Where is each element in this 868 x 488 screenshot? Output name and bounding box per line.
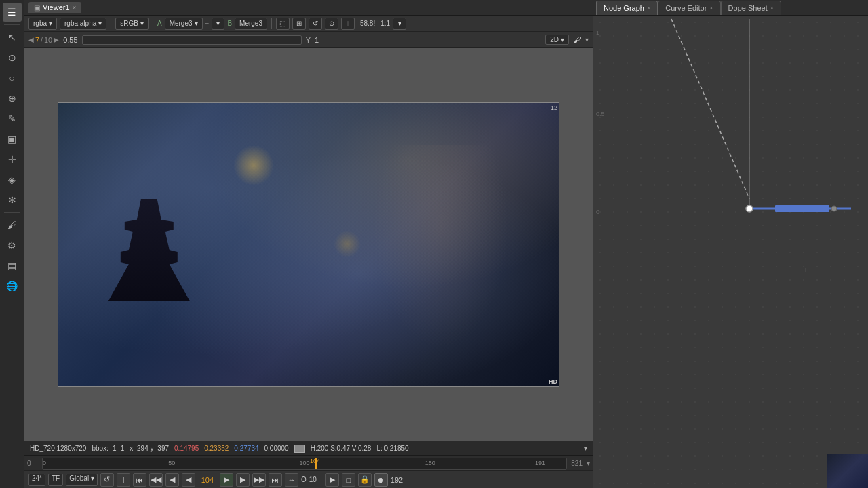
- sidebar-icon-tools[interactable]: ⚙: [3, 236, 22, 255]
- status-g-value: 0.23352: [204, 445, 229, 452]
- view-2d-btn[interactable]: 2D ▾: [545, 35, 569, 45]
- viewer-area[interactable]: 12 HD: [24, 48, 593, 441]
- rgba-mode-dropdown[interactable]: rgba ▾: [28, 18, 57, 30]
- sidebar-icon-stack[interactable]: ▤: [3, 256, 22, 275]
- ratio-display: 1:1: [380, 20, 390, 27]
- node-graph-area[interactable]: 1 0.5 0 +: [593, 16, 868, 488]
- glow-2: [334, 230, 361, 258]
- alpha-mode-dropdown[interactable]: rgba.alpha ▾: [60, 18, 106, 30]
- next-key-btn[interactable]: ▶▶: [252, 473, 266, 487]
- record-btn[interactable]: ⏺: [374, 473, 388, 487]
- paint-brush-icon[interactable]: 🖌: [573, 35, 581, 45]
- frame-current: 7: [35, 36, 39, 44]
- timeline-start-label: 0: [27, 460, 41, 467]
- tick-label-50: 50: [168, 460, 175, 466]
- transport-bar: 24* TF Global ▾ ↺ I ⏮ ◀◀ ◀ ◀ 104 ▶ ▶ ▶▶ …: [24, 470, 593, 488]
- refresh-icon[interactable]: ↺: [309, 18, 322, 30]
- bounce-btn[interactable]: ↔: [285, 473, 298, 487]
- sidebar-icon-transform[interactable]: ✛: [3, 150, 22, 169]
- tf-dropdown[interactable]: TF: [48, 474, 63, 486]
- tick-label-150: 150: [425, 460, 435, 466]
- step-fwd-btn[interactable]: ▶: [236, 473, 250, 487]
- sep1: [111, 18, 111, 29]
- tab-dope-sheet[interactable]: Dope Sheet ×: [721, 1, 781, 15]
- video-out-btn[interactable]: ▶: [326, 473, 339, 487]
- status-lum: L: 0.21850: [376, 445, 408, 452]
- timeline-expand-btn[interactable]: ▾: [587, 460, 590, 467]
- tangent-end-handle: [831, 206, 837, 211]
- left-sidebar: ☰ ↖ ⊙ ○ ⊕ ✎ ▣ ✛ ◈ ✼ 🖌 ⚙ ▤ 🌐: [0, 0, 24, 488]
- refresh-transport-btn[interactable]: ↺: [100, 473, 114, 487]
- status-coords: x=294 y=397: [130, 445, 169, 452]
- tick-label-0: 0: [43, 460, 46, 466]
- merge-a-extra-dropdown[interactable]: ▾: [212, 18, 224, 30]
- y-label: Y: [306, 36, 311, 44]
- corner-label-br: HD: [547, 377, 559, 386]
- sidebar-divider-1: [4, 24, 20, 25]
- sidebar-icon-paint[interactable]: 🖌: [3, 216, 22, 235]
- go-end-btn[interactable]: ⏭: [269, 473, 282, 487]
- set-in-btn[interactable]: I: [117, 473, 130, 487]
- axis-top-label: 1: [596, 29, 599, 36]
- status-r-value: 0.14795: [174, 445, 199, 452]
- tab-node-graph[interactable]: Node Graph ×: [596, 1, 658, 15]
- play-btn[interactable]: ▶: [220, 473, 233, 487]
- merge-a-label: A: [157, 20, 162, 27]
- viewer-tab-close[interactable]: ×: [73, 4, 77, 12]
- colorspace-dropdown[interactable]: sRGB ▾: [115, 18, 149, 30]
- go-start-btn[interactable]: ⏮: [133, 473, 146, 487]
- viewer1-tab[interactable]: ▣ Viewer1 ×: [28, 2, 81, 13]
- prev-frame-btn[interactable]: ◀: [28, 36, 34, 43]
- sidebar-icon-pointer[interactable]: ↖: [3, 28, 22, 47]
- global-dropdown[interactable]: Global ▾: [66, 474, 98, 486]
- sidebar-icon-crosshair[interactable]: ⊕: [3, 89, 22, 108]
- sidebar-icon-globe[interactable]: 🌐: [3, 277, 22, 296]
- timeline-bar: 0 0 50 100 150 191 104 821 ▾: [24, 455, 593, 470]
- pause-icon[interactable]: ⏸: [341, 18, 355, 30]
- sidebar-icon-home[interactable]: ⊙: [3, 48, 22, 67]
- loop-label: O: [301, 476, 307, 483]
- status-resolution: HD_720 868x488: [30, 445, 86, 452]
- sidebar-icon-edit[interactable]: ✎: [3, 109, 22, 128]
- status-bbox: bbox: -1 -1: [92, 445, 124, 452]
- status-b-value: 0.27734: [234, 445, 258, 452]
- expand-btn[interactable]: ▾: [393, 18, 406, 30]
- sidebar-icon-tracking[interactable]: ✼: [3, 190, 22, 209]
- tab-curve-editor-label: Curve Editor: [665, 4, 707, 12]
- tangent-handle-bar: [775, 205, 829, 212]
- step-back-btn[interactable]: ◀: [182, 473, 195, 487]
- roi-icon[interactable]: ⬚: [276, 18, 290, 30]
- sidebar-divider-2: [4, 212, 20, 213]
- status-expand-btn[interactable]: ▾: [584, 445, 587, 452]
- sidebar-icon-layers[interactable]: ▣: [3, 129, 22, 148]
- tab-curve-editor[interactable]: Curve Editor ×: [658, 1, 720, 15]
- sidebar-icon-plugin[interactable]: ◈: [3, 170, 22, 189]
- loop-value: 10: [309, 476, 317, 483]
- prev-frame-btn-2[interactable]: ◀: [165, 473, 179, 487]
- still-btn[interactable]: □: [342, 473, 355, 487]
- timeline-playhead[interactable]: 104: [315, 458, 317, 469]
- fps-dropdown[interactable]: 24*: [28, 474, 45, 486]
- timeline-ruler[interactable]: 0 50 100 150 191 104: [42, 458, 567, 470]
- mini-preview-image: [827, 454, 868, 488]
- sidebar-icon-circle[interactable]: ○: [3, 68, 22, 87]
- merge-a-dropdown[interactable]: Merge3 ▾: [165, 18, 203, 30]
- expand-view-icon[interactable]: ▾: [585, 36, 589, 43]
- prev-key-btn[interactable]: ◀◀: [149, 473, 163, 487]
- mini-thumbnail: [827, 454, 868, 488]
- lock-btn[interactable]: 🔒: [358, 473, 372, 487]
- status-a-value: 0.00000: [264, 445, 289, 452]
- minus-btn[interactable]: −: [205, 20, 210, 27]
- frame-nav: ◀ 7 / 10 ▶: [28, 36, 59, 44]
- merge-b-dropdown[interactable]: Merge3: [235, 18, 267, 30]
- grid-icon[interactable]: ⊞: [292, 18, 306, 30]
- tab-dope-sheet-close[interactable]: ×: [770, 5, 774, 12]
- settings-icon[interactable]: ⊙: [325, 18, 338, 30]
- frame-slider[interactable]: [82, 35, 302, 45]
- next-frame-btn[interactable]: ▶: [54, 36, 59, 43]
- controls-bar: rgba ▾ rgba.alpha ▾ sRGB ▾ A Merge3 ▾ − …: [24, 16, 593, 32]
- tab-curve-editor-close[interactable]: ×: [709, 5, 713, 12]
- sidebar-icon-menu[interactable]: ☰: [3, 3, 22, 22]
- sep3: [271, 18, 272, 29]
- tab-node-graph-close[interactable]: ×: [647, 5, 650, 12]
